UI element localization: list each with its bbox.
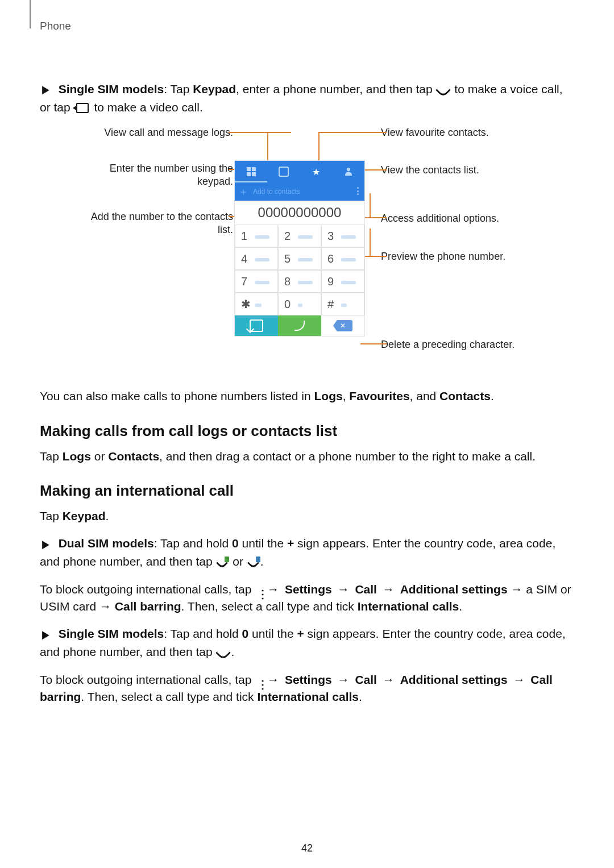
t: until the [239,537,287,550]
key-4[interactable]: 4 [235,247,278,270]
tab-favourites[interactable]: ★ [300,161,332,182]
tab-logs[interactable] [267,161,300,182]
heading-international: Making an international call [40,482,574,500]
backspace-icon: ✕ [333,320,352,331]
key-1[interactable]: 1 [235,225,278,247]
page-number: 42 [0,842,614,854]
line [229,132,291,133]
p-call-logs: Tap Logs or Contacts, and then drag a co… [40,448,574,465]
line [370,193,371,217]
contacts-bold: Contacts [439,389,491,402]
tab-contacts[interactable] [332,161,364,182]
person-icon [345,168,352,176]
arrow: → [379,583,398,596]
phone-icon [294,321,305,331]
page: Phone ► Single SIM models: Tap Keypad, e… [0,0,614,868]
callout-keypad: Enter the number using the keypad. [91,162,233,188]
phone-sim1-icon [217,558,228,568]
key-8[interactable]: 8 [278,270,321,293]
delete-button[interactable]: ✕ [321,315,364,336]
more-options-icon[interactable] [357,187,359,195]
intro-t4: to make a video call. [91,101,203,114]
t: or [229,555,246,568]
key-3[interactable]: 3 [321,225,364,247]
t: . Then, select a call type and tick [81,690,257,703]
t: or [91,450,108,463]
cb-bold: Call barring [115,600,181,613]
plus-bold: + [287,537,294,550]
phone-icon [436,82,451,98]
t: : Tap and hold [154,537,232,550]
t: . [231,645,234,658]
key-5[interactable]: 5 [278,247,321,270]
bullet-icon: ► [40,534,52,555]
dual-sim-label: Dual SIM models [59,537,154,550]
intro-para: ► Single SIM models: Tap Keypad, enter a… [40,81,574,116]
fav-bold: Favourites [349,389,409,402]
p-dual: ► Dual SIM models: Tap and hold 0 until … [40,535,574,570]
add-to-contacts-row[interactable]: ＋ Add to contacts [235,182,364,201]
video-call-button[interactable] [235,315,278,336]
key-9[interactable]: 9 [321,270,364,293]
key-2[interactable]: 2 [278,225,321,247]
star-icon: ★ [312,167,320,177]
t: , and then drag a contact or a phone num… [159,450,536,463]
callout-logs: View call and message logs. [104,126,233,139]
key-7[interactable]: 7 [235,270,278,293]
call-bold: Call [355,673,377,686]
line [364,217,387,218]
arrow: → [379,673,398,686]
line [365,256,387,257]
addl-bold: Additional settings [400,583,508,596]
key-0[interactable]: 0 [278,293,321,315]
settings-bold: Settings [285,583,332,596]
p-block2: To block outgoing international calls, t… [40,671,574,706]
tabs: ★ [235,161,364,182]
callout-add: Add the number to the contacts list. [74,210,233,236]
logs-bold: Logs [314,389,343,402]
video-call-icon [250,319,263,332]
p-block1: To block outgoing international calls, t… [40,581,574,616]
line [370,229,371,256]
t: To block outgoing international calls, t… [40,583,255,596]
callout-contacts: View the contacts list. [381,164,479,177]
more-icon [257,585,259,595]
t: . [491,389,494,402]
key-hash[interactable]: # [321,293,364,315]
contacts-bold: Contacts [108,450,159,463]
arrow: → [510,673,529,686]
bullet-icon: ► [40,80,52,101]
bullet-icon: ► [40,625,52,646]
phone-icon [215,645,231,661]
t: , and [410,389,440,402]
single-sim-label: Single SIM models [59,627,164,640]
key-star[interactable]: ✱ [235,293,278,315]
plus-bold: + [297,627,304,640]
t: until the [248,627,297,640]
zero-bold: 0 [232,537,239,550]
voice-call-button[interactable] [278,315,321,336]
call-bold: Call [355,583,377,596]
content: ► Single SIM models: Tap Keypad, enter a… [40,81,574,705]
figure: View call and message logs. Enter the nu… [40,126,574,371]
plus-icon: ＋ [238,185,248,198]
logs-bold: Logs [63,450,91,463]
ic-bold: International calls [257,690,359,703]
t: You can also make calls to phone numbers… [40,389,314,402]
t: , [343,389,350,402]
keypad-bold: Keypad [193,82,236,95]
header-rule [30,0,31,28]
single-sim-label: Single SIM models [59,82,164,95]
callout-preview: Preview the phone number. [381,250,505,263]
t: Tap [40,450,63,463]
tab-keypad[interactable] [235,161,267,182]
intro-t1: : Tap [164,82,193,95]
t: . [106,509,109,522]
add-label: Add to contacts [253,188,300,196]
p-tap-keypad: Tap Keypad. [40,508,574,525]
callout-fav: View favourite contacts. [381,126,489,139]
t: . Then, select a call type and tick [181,600,358,613]
key-6[interactable]: 6 [321,247,364,270]
page-header: Phone [40,20,574,32]
logs-icon [279,167,289,177]
